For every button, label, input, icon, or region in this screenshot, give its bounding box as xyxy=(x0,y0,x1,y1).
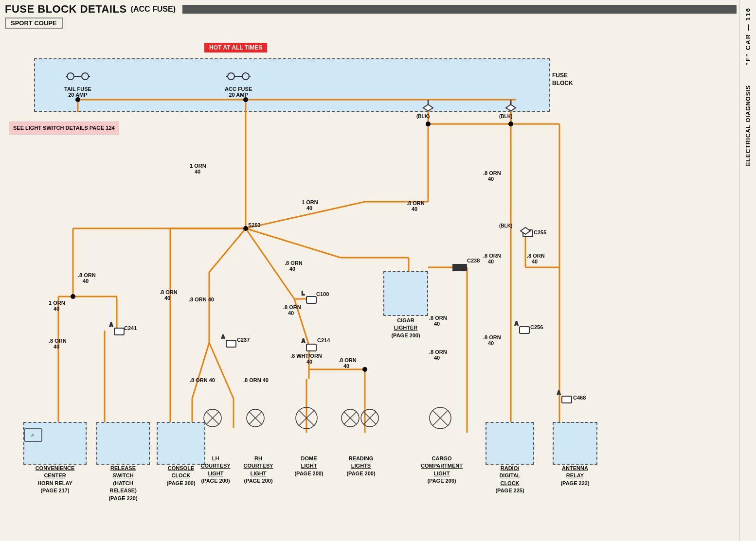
svg-line-118 xyxy=(249,412,262,424)
release-switch-box xyxy=(96,422,150,465)
svg-text:A: A xyxy=(221,334,225,340)
junction-reading xyxy=(362,367,367,372)
svg-text:.8 ORN: .8 ORN xyxy=(483,334,501,340)
svg-text:.8 ORN: .8 ORN xyxy=(78,272,96,278)
dome-light-label: DOMELIGHT(PAGE 200) xyxy=(292,455,326,477)
radio-clock-label: RADIO/DIGITALCLOCK(PAGE 225) xyxy=(486,465,534,495)
header: FUSE BLOCK DETAILS (ACC FUSE) xyxy=(0,0,756,16)
svg-rect-66 xyxy=(520,327,529,333)
svg-text:40: 40 xyxy=(306,205,312,211)
svg-line-114 xyxy=(206,412,219,424)
title-bar xyxy=(182,5,737,14)
right-side-panel: "F" CAR — 116 ELECTRICAL DIAGNOSIS xyxy=(739,0,756,541)
reading-bulb-left xyxy=(342,409,359,427)
junction-c100-area xyxy=(306,297,311,301)
c214-text: C214 xyxy=(317,337,330,343)
lh-courtesy-bulb xyxy=(204,409,221,427)
c468-text: C468 xyxy=(573,395,586,401)
svg-text:40: 40 xyxy=(488,176,494,182)
tail-fuse-label: TAIL FUSE20 AMP xyxy=(64,86,91,98)
svg-line-117 xyxy=(249,412,262,424)
svg-line-26 xyxy=(246,228,294,299)
c214-symbol: A xyxy=(302,338,316,351)
c256-text: C256 xyxy=(530,324,543,330)
svg-text:.8 ORN: .8 ORN xyxy=(283,304,301,310)
c100-symbol: L xyxy=(302,291,316,303)
svg-text:A: A xyxy=(515,321,518,326)
svg-line-120 xyxy=(299,410,314,426)
svg-line-30 xyxy=(192,343,209,399)
svg-text:.8 ORN: .8 ORN xyxy=(483,253,501,259)
svg-text:40: 40 xyxy=(488,340,494,346)
svg-rect-61 xyxy=(306,297,316,303)
hot-label: HOT AT ALL TIMES xyxy=(204,43,267,52)
diagram: HOT AT ALL TIMES TAIL FUSE20 AMP ACC F xyxy=(0,29,739,541)
svg-text:.8 ORN: .8 ORN xyxy=(429,315,447,321)
svg-rect-63 xyxy=(306,344,316,351)
svg-text:L: L xyxy=(302,291,305,296)
svg-point-125 xyxy=(361,409,378,427)
acc-fuse-label: ACC FUSE20 AMP xyxy=(225,86,252,98)
release-switch-label: RELEASESWITCH(HATCHRELEASE)(PAGE 220) xyxy=(96,465,150,502)
cargo-bulb xyxy=(430,407,451,429)
svg-text:40: 40 xyxy=(412,206,417,212)
c468-symbol: A xyxy=(557,390,572,403)
see-light-switch-box: SEE LIGHT SWITCH DETAILS PAGE 124 xyxy=(9,122,119,135)
svg-text:1 ORN: 1 ORN xyxy=(190,163,206,169)
svg-text:40: 40 xyxy=(164,295,170,301)
junction-s203 xyxy=(243,226,248,231)
svg-point-128 xyxy=(430,407,451,429)
svg-text:40: 40 xyxy=(306,359,312,365)
svg-rect-57 xyxy=(114,328,124,335)
svg-rect-68 xyxy=(562,396,572,403)
junction-left-mid xyxy=(71,294,75,299)
svg-text:.8 ORN: .8 ORN xyxy=(160,289,178,295)
svg-line-129 xyxy=(432,410,448,426)
svg-point-3 xyxy=(82,73,89,80)
c256-symbol: A xyxy=(515,321,529,333)
svg-point-113 xyxy=(204,409,221,427)
cigar-lighter-box xyxy=(383,271,428,316)
c241-symbol: A xyxy=(109,322,124,335)
c241-text: C241 xyxy=(124,325,137,331)
svg-text:.8 ORN: .8 ORN xyxy=(429,349,447,355)
electrical-label: ELECTRICAL DIAGNOSIS xyxy=(745,85,752,166)
console-clock-label: CONSOLECLOCK(PAGE 200) xyxy=(157,465,205,487)
svg-text:40: 40 xyxy=(54,344,59,349)
svg-text:.8 ORN 40: .8 ORN 40 xyxy=(190,377,215,383)
svg-line-127 xyxy=(363,412,376,424)
svg-line-130 xyxy=(432,410,448,426)
svg-text:A: A xyxy=(557,390,560,396)
car-label: "F" CAR — 116 xyxy=(744,7,752,66)
subtitle: SPORT COUPE xyxy=(5,17,63,29)
svg-text:A: A xyxy=(109,322,113,328)
blk-conn-c255-top xyxy=(521,227,530,234)
svg-text:.8 ORN: .8 ORN xyxy=(407,200,425,206)
svg-text:.8 ORN 40: .8 ORN 40 xyxy=(243,377,269,383)
svg-text:(BLK): (BLK) xyxy=(416,114,430,119)
c237-text: C237 xyxy=(237,337,250,343)
svg-line-31 xyxy=(209,343,234,399)
svg-text:.8 ORN 40: .8 ORN 40 xyxy=(189,297,214,302)
svg-text:40: 40 xyxy=(288,310,294,316)
svg-text:1 ORN: 1 ORN xyxy=(49,300,65,306)
svg-text:40: 40 xyxy=(434,355,440,361)
rh-courtesy-bulb xyxy=(247,409,264,427)
svg-text:40: 40 xyxy=(83,278,89,284)
svg-text:40: 40 xyxy=(54,306,59,312)
svg-line-38 xyxy=(294,299,309,345)
svg-point-122 xyxy=(342,409,359,427)
console-clock-box xyxy=(157,422,205,465)
antenna-relay-box xyxy=(553,422,597,465)
svg-text:40: 40 xyxy=(289,266,295,272)
svg-line-123 xyxy=(344,412,357,424)
c237-symbol: A xyxy=(221,334,236,347)
svg-line-115 xyxy=(206,412,219,424)
tail-fuse-symbol xyxy=(66,67,90,86)
svg-line-121 xyxy=(299,410,314,426)
page-title: FUSE BLOCK DETAILS xyxy=(5,3,127,16)
svg-point-8 xyxy=(242,73,249,80)
s203-label: S203 xyxy=(248,222,261,228)
cigar-lighter-label: CIGARLIGHTER(PAGE 200) xyxy=(383,317,428,339)
c255-symbol xyxy=(523,230,533,237)
